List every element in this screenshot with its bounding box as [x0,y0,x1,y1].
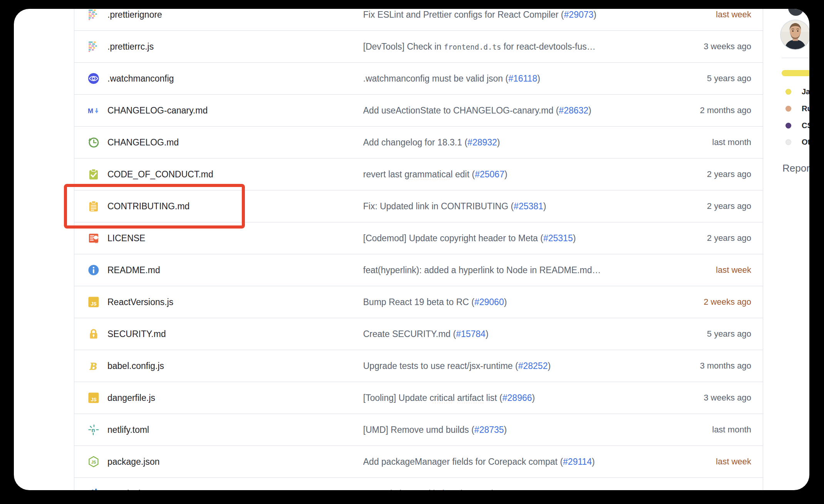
commit-date-link[interactable]: last week [716,10,751,20]
commit-date-link[interactable]: 2 years ago [707,201,751,211]
prettier-icon [87,40,100,53]
issue-link[interactable]: #28932 [467,137,497,147]
commit-date-link[interactable]: 3 weeks ago [703,42,751,52]
issue-link[interactable]: #28966 [502,393,532,403]
file-name-link[interactable]: CHANGELOG-canary.md [107,105,208,116]
commit-date-link[interactable]: 2 weeks ago [703,489,751,490]
issue-link[interactable]: #28632 [559,105,588,115]
file-name-link[interactable]: package.json [107,457,160,467]
file-name-link[interactable]: ReactVersions.js [107,297,173,307]
commit-message-text: ) [537,73,540,83]
language-label: CS [802,121,809,130]
commit-message-text: ) [592,457,595,467]
file-name-link[interactable]: CONTRIBUTING.md [107,201,189,212]
commit-message-link[interactable]: [Tooling] Update critical artifact list … [363,393,647,403]
commit-message-link[interactable]: feat(hyperlink): added a hyperlink to No… [363,265,647,275]
language-item[interactable]: Ot [785,137,809,147]
commit-message-text: Create SECURITY.md ( [363,329,456,339]
file-name-link[interactable]: .prettierrc.js [107,42,154,52]
commit-date-link[interactable]: last month [712,137,752,147]
issue-link[interactable]: #25067 [475,169,504,179]
commit-message-link[interactable]: [DevTools] Check in frontend.d.ts for re… [363,42,647,52]
file-name-link[interactable]: babel.config.js [107,361,164,371]
markdown-down-icon: M [87,104,100,117]
issue-link[interactable]: #25381 [514,201,543,211]
commit-message-link[interactable]: Upgrade jest and jsdom (#29026) [363,489,647,491]
commit-message-link[interactable]: Fix: Updated link in CONTRIBUTING (#2538… [363,201,647,212]
language-bar[interactable] [782,70,809,76]
commit-message-link[interactable]: Create SECURITY.md (#15784) [363,329,647,339]
file-name-link[interactable]: README.md [107,265,160,275]
prettier-icon [87,9,100,21]
language-label: Ot [802,138,809,147]
issue-link[interactable]: #28252 [518,361,548,371]
table-row: CODE_OF_CONDUCT.mdrevert last grammatica… [74,159,763,190]
commit-message-text: ) [543,201,546,211]
commit-message-text: ) [573,233,576,243]
table-row: .prettierignoreFix ESLint and Prettier c… [74,9,763,31]
commit-date-link[interactable]: 3 months ago [700,361,751,371]
commit-message-link[interactable]: revert last grammatical edit (#25067) [363,169,647,180]
commit-message-link[interactable]: Add useActionState to CHANGELOG-canary.m… [363,105,647,116]
commit-message-text: Add packageManager fields for Corepack c… [363,457,563,467]
issue-link[interactable]: #25315 [543,233,573,243]
language-label: Ru [802,104,809,113]
commit-date-link[interactable]: 2 years ago [707,169,751,179]
commit-message-text: ) [548,361,551,371]
watchman-icon [87,72,100,85]
issue-link[interactable]: #29114 [563,457,592,467]
commit-message-link[interactable]: Upgrade tests to use react/jsx-runtime (… [363,361,647,371]
commit-date-link[interactable]: last week [716,265,751,275]
issue-link[interactable]: #29026 [462,489,492,491]
commit-message-link[interactable]: Bump React 19 beta to RC (#29060) [363,297,647,307]
commit-message-text: .watchmanconfig must be valid json ( [363,73,508,83]
commit-date-link[interactable]: 2 weeks ago [703,297,751,307]
commit-message-link[interactable]: [Codemod] Update copyright header to Met… [363,233,647,244]
svg-text:JS: JS [91,301,97,307]
commit-message-text: [Tooling] Update [363,393,430,403]
table-row: README.mdfeat(hyperlink): added a hyperl… [74,254,763,286]
contributor-avatar-partial[interactable] [788,9,804,16]
commit-date-link[interactable]: 2 years ago [707,233,751,243]
commit-date-link[interactable]: last month [712,425,752,435]
commit-message-text: [DevTools] Check in [363,42,444,52]
commit-date-link[interactable]: 5 years ago [707,329,751,339]
babel-icon: B [87,360,100,372]
issue-link[interactable]: #29060 [474,297,504,307]
commit-message-text: ) [532,393,535,403]
file-name-link[interactable]: CODE_OF_CONDUCT.md [107,169,213,180]
commit-message-text: ) [588,105,591,115]
table-row: CONTRIBUTING.mdFix: Updated link in CONT… [74,190,763,222]
file-name-link[interactable]: dangerfile.js [107,393,155,403]
file-name-link[interactable]: .watchmanconfig [107,73,174,84]
report-repository-link[interactable]: Repor [782,162,809,174]
file-name-link[interactable]: netlify.toml [107,425,149,435]
issue-link[interactable]: #15784 [456,329,486,339]
issue-link[interactable]: #28735 [474,425,504,435]
file-name-link[interactable]: yarn.lock [107,489,143,491]
issue-link[interactable]: #29073 [564,10,594,20]
svg-text:JS: JS [91,397,97,402]
commit-date-link[interactable]: 2 months ago [700,105,751,115]
commit-date-link[interactable]: 5 years ago [707,73,751,83]
contributor-avatar[interactable] [781,20,809,49]
file-name-link[interactable]: SECURITY.md [107,329,166,339]
language-item[interactable]: CS [785,120,809,130]
commit-message-link[interactable]: Add packageManager fields for Corepack c… [363,457,647,467]
commit-message-text: for react-devtools-fus… [501,42,595,52]
language-item[interactable]: Ru [785,103,809,113]
issue-link[interactable]: #16118 [508,73,537,83]
file-name-link[interactable]: .prettierignore [107,10,162,20]
commit-message-link[interactable]: [UMD] Remove umd builds (#28735) [363,425,647,435]
commit-message-link[interactable]: Add changelog for 18.3.1 (#28932) [363,137,647,148]
file-name-link[interactable]: CHANGELOG.md [107,137,179,148]
commit-date-link[interactable]: last week [716,457,751,467]
commit-date-link[interactable]: 3 weeks ago [703,393,751,403]
commit-message-text: ) [593,10,596,20]
language-item[interactable]: Ja [785,87,809,97]
file-name-link[interactable]: LICENSE [107,233,145,244]
commit-message-link[interactable]: Fix ESLint and Prettier configs for Reac… [363,10,647,20]
commit-message-text: ) [504,169,507,179]
commit-message-link[interactable]: .watchmanconfig must be valid json (#161… [363,73,647,84]
repo-page-card: .prettierignoreFix ESLint and Prettier c… [14,9,809,490]
